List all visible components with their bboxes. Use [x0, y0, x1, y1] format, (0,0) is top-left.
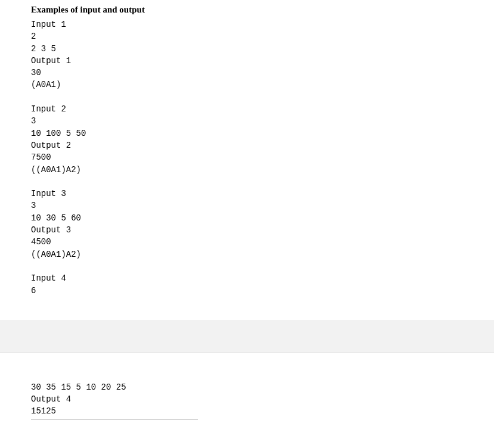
input-line: 2	[31, 32, 36, 41]
output-line: 4500	[31, 237, 51, 247]
example-block-4-continued: 30 35 15 5 10 20 25 Output 4 15125	[31, 381, 494, 418]
input-line: 3	[31, 201, 36, 210]
output-label: Output 3	[31, 225, 71, 235]
output-line: ((A0A1)A2)	[31, 165, 81, 175]
output-line: ((A0A1)A2)	[31, 250, 81, 259]
section-heading: Examples of input and output	[31, 5, 494, 15]
page-bottom-section: 30 35 15 5 10 20 25 Output 4 15125	[0, 353, 494, 419]
output-line: (A0A1)	[31, 80, 61, 89]
page-break-band	[0, 321, 494, 353]
output-line: 30	[31, 68, 41, 77]
example-block-1: Input 1 2 2 3 5 Output 1 30 (A0A1) Input…	[31, 18, 494, 297]
page-top-section: Examples of input and output Input 1 2 2…	[0, 0, 494, 297]
input-label: Input 3	[31, 189, 66, 198]
output-label: Output 4	[31, 394, 71, 404]
output-line: 15125	[31, 406, 56, 416]
input-line: 10 100 5 50	[31, 129, 86, 138]
output-label: Output 1	[31, 56, 71, 66]
input-line: 6	[31, 286, 36, 295]
input-line: 3	[31, 116, 36, 126]
input-line: 30 35 15 5 10 20 25	[31, 382, 126, 392]
input-label: Input 2	[31, 104, 66, 114]
input-label: Input 1	[31, 20, 66, 29]
input-label: Input 4	[31, 273, 66, 283]
output-line: 7500	[31, 153, 51, 162]
input-line: 2 3 5	[31, 44, 56, 54]
output-label: Output 2	[31, 141, 71, 150]
horizontal-rule	[31, 419, 198, 419]
input-line: 10 30 5 60	[31, 213, 81, 223]
